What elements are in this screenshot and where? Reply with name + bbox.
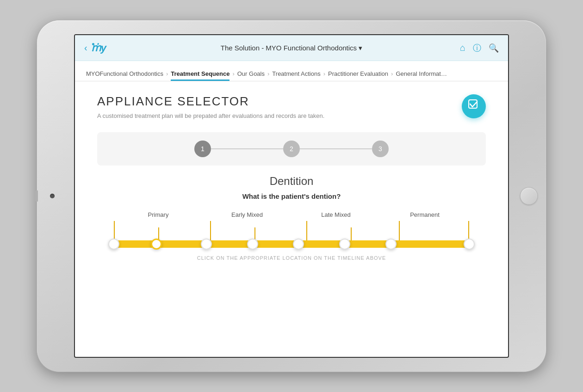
timeline-labels: Primary Early Mixed Late Mixed Permanent	[106, 211, 477, 218]
timeline-container: Primary Early Mixed Late Mixed Permanent	[97, 211, 486, 261]
slider-dot-6[interactable]	[385, 239, 397, 250]
breadcrumb-item-our-goals[interactable]: Our Goals	[237, 70, 265, 81]
stepper-container: 1 2 3	[97, 132, 486, 165]
header-title: The Solution - MYO Functional Orthodonti…	[221, 44, 362, 52]
slider-dot-7[interactable]	[464, 239, 475, 250]
breadcrumb: MYOFunctional Orthodontics › Treatment S…	[75, 61, 508, 81]
search-icon[interactable]: 🔍	[489, 43, 499, 53]
page-title: APPLIANCE SELECTOR	[97, 94, 486, 109]
page-subtitle: A customised treatment plan will be prep…	[97, 112, 486, 119]
label-early-mixed: Early Mixed	[203, 211, 292, 218]
breadcrumb-item-general-info[interactable]: General Informat…	[396, 70, 447, 81]
slider-dot-0[interactable]	[108, 239, 119, 250]
stepper: 1 2 3	[194, 141, 389, 157]
header-icons: ⌂ ⓘ 🔍	[460, 43, 499, 54]
breadcrumb-sep-5: ›	[391, 70, 393, 81]
breadcrumb-sep-4: ›	[323, 70, 325, 81]
tick-5	[351, 227, 352, 240]
tick-7	[468, 221, 469, 240]
label-late-mixed: Late Mixed	[292, 211, 380, 218]
slider-dot-1[interactable]	[151, 239, 162, 250]
breadcrumb-item-treatment-actions[interactable]: Treatment Actions	[272, 70, 320, 81]
fab-button[interactable]	[462, 94, 486, 118]
step-1[interactable]: 1	[194, 141, 211, 157]
question-area: Dentition What is the patient's dention?	[97, 175, 486, 200]
camera-dot	[50, 194, 55, 198]
step-line-1	[211, 148, 283, 149]
question-text: What is the patient's dention?	[97, 192, 486, 200]
breadcrumb-item-myofunctional[interactable]: MYOFunctional Orthodontics	[86, 70, 163, 81]
step-line-2	[300, 148, 372, 149]
label-primary: Primary	[114, 211, 203, 218]
info-icon[interactable]: ⓘ	[473, 43, 481, 54]
checkmark-icon	[468, 99, 480, 114]
slider-track-container	[106, 240, 477, 248]
breadcrumb-sep-1: ›	[166, 70, 168, 81]
breadcrumb-item-treatment-sequence[interactable]: Treatment Sequence	[171, 70, 229, 81]
screen: ‹ ṁy The Solution - MYO Functional Ortho…	[74, 34, 509, 358]
main-content: APPLIANCE SELECTOR A customised treatmen…	[75, 81, 508, 357]
breadcrumb-item-practitioner-evaluation[interactable]: Practitioner Evaluation	[328, 70, 388, 81]
label-permanent: Permanent	[380, 211, 469, 218]
tick-4	[306, 221, 307, 240]
app-logo: ṁy	[91, 42, 106, 54]
back-button[interactable]: ‹	[84, 43, 87, 53]
tick-6	[399, 221, 400, 240]
slider-dot-4[interactable]	[293, 239, 304, 250]
breadcrumb-sep-2: ›	[232, 70, 234, 81]
tick-0	[114, 221, 115, 240]
step-3[interactable]: 3	[372, 141, 389, 157]
breadcrumb-sep-3: ›	[267, 70, 269, 81]
question-title: Dentition	[97, 175, 486, 188]
tick-3	[254, 227, 255, 240]
ipad-shell: ‹ ṁy The Solution - MYO Functional Ortho…	[37, 20, 546, 372]
app-header: ‹ ṁy The Solution - MYO Functional Ortho…	[75, 35, 508, 61]
slider-dot-3[interactable]	[247, 239, 258, 250]
timeline-hint: CLICK ON THE APPROPRIATE LOCATION ON THE…	[106, 255, 477, 261]
home-icon[interactable]: ⌂	[460, 43, 465, 53]
slider-dot-2[interactable]	[201, 239, 212, 250]
tick-2	[210, 221, 211, 240]
step-2[interactable]: 2	[283, 141, 300, 157]
slider-dot-5[interactable]	[339, 239, 350, 250]
home-button[interactable]	[520, 187, 538, 205]
slider-track[interactable]	[114, 240, 469, 248]
